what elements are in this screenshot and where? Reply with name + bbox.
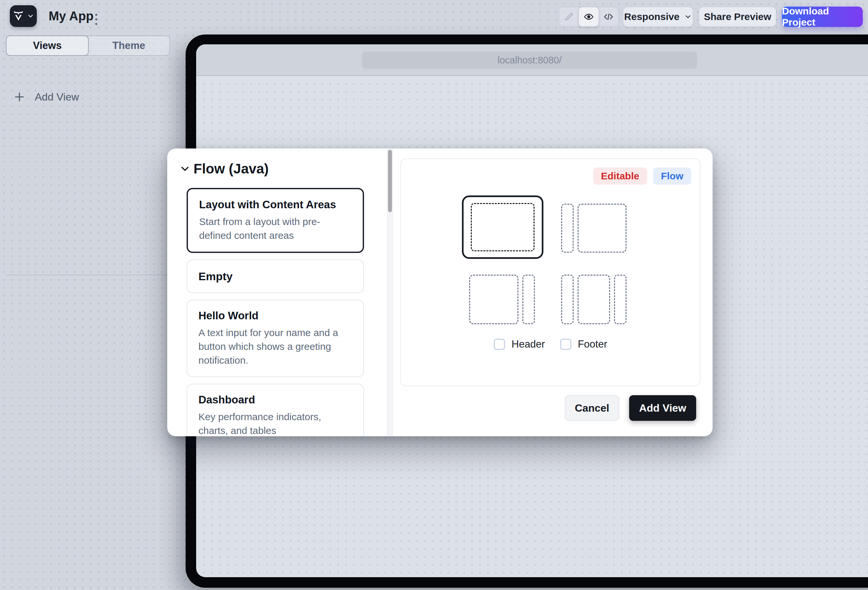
tab-views[interactable]: Views — [6, 35, 89, 56]
chevron-down-icon — [684, 13, 692, 21]
share-preview-button[interactable]: Share Preview — [699, 7, 776, 27]
footer-checkbox-label: Footer — [578, 338, 607, 350]
browser-chrome-bar: localhost:8080/ — [196, 44, 868, 76]
code-icon — [603, 12, 614, 22]
url-text: localhost:8080/ — [497, 55, 561, 66]
sidebar-placeholder — [561, 274, 574, 324]
responsive-dropdown-label: Responsive — [624, 11, 679, 22]
responsive-dropdown[interactable]: Responsive — [623, 7, 693, 27]
header-toggle[interactable]: Header — [494, 338, 545, 350]
eye-icon — [583, 12, 594, 22]
template-card-title: Hello World — [198, 310, 352, 322]
sidebar-placeholder — [561, 204, 574, 253]
content-placeholder — [577, 274, 610, 324]
download-project-button[interactable]: Download Project — [782, 7, 863, 27]
template-card-description: A text input for your name and a button … — [198, 326, 352, 367]
sidebar-placeholder — [614, 274, 626, 324]
content-placeholder — [577, 204, 626, 253]
edit-mode-button[interactable] — [559, 7, 579, 26]
layout-option-sidebar-both[interactable] — [561, 274, 626, 324]
tab-views-label: Views — [33, 40, 61, 52]
add-view-dialog: Flow (Java) Layout with Content Areas St… — [167, 149, 713, 436]
sidebar-add-view-label: Add View — [35, 91, 79, 103]
vaadin-logo-icon — [12, 10, 24, 22]
template-badges: Editable Flow — [593, 168, 691, 184]
template-card-description: Key performance indicators, charts, and … — [198, 410, 352, 436]
template-card-hello-world[interactable]: Hello World A text input for your name a… — [187, 299, 364, 377]
template-list-scrollbar[interactable] — [387, 149, 393, 436]
pencil-icon — [564, 12, 574, 22]
template-card-title: Layout with Content Areas — [199, 198, 351, 211]
template-card-title: Dashboard — [198, 394, 352, 406]
add-view-button-label: Add View — [639, 402, 686, 414]
url-bar: localhost:8080/ — [362, 52, 697, 69]
layout-option-sidebar-left[interactable] — [561, 204, 626, 253]
template-card-title: Empty — [198, 270, 233, 283]
mode-segmented-control — [558, 7, 619, 27]
app-root: My App Responsive Share Preview Download… — [0, 0, 868, 590]
download-project-label: Download Project — [782, 6, 863, 28]
layout-option-single-content[interactable] — [462, 195, 543, 259]
template-card-empty[interactable]: Empty — [187, 260, 364, 293]
template-list: Layout with Content Areas Start from a l… — [187, 188, 364, 436]
template-section-title: Flow (Java) — [193, 161, 269, 177]
sidebar-add-view-button[interactable]: Add View — [13, 91, 79, 103]
flow-badge: Flow — [653, 168, 691, 184]
add-view-button[interactable]: Add View — [629, 395, 696, 421]
footer-checkbox[interactable] — [560, 339, 571, 350]
sidebar-divider — [6, 274, 168, 275]
content-area-placeholder — [471, 203, 534, 251]
layout-toggles: Header Footer — [494, 338, 607, 350]
app-logo-menu-button[interactable] — [10, 5, 37, 27]
template-card-description: Start from a layout with pre-defined con… — [199, 215, 351, 242]
template-section-toggle[interactable]: Flow (Java) — [179, 161, 269, 177]
footer-toggle[interactable]: Footer — [560, 338, 607, 350]
chevron-down-icon — [179, 163, 191, 175]
sidebar-tabs: Views Theme — [6, 35, 170, 56]
template-card-dashboard[interactable]: Dashboard Key performance indicators, ch… — [187, 384, 364, 436]
template-card-layout-with-content-areas[interactable]: Layout with Content Areas Start from a l… — [187, 188, 364, 253]
preview-mode-button[interactable] — [578, 7, 599, 27]
tab-theme-label: Theme — [112, 40, 145, 52]
sidebar-placeholder — [523, 274, 535, 324]
content-placeholder — [469, 274, 518, 324]
header-checkbox-label: Header — [512, 338, 545, 350]
scrollbar-thumb[interactable] — [388, 150, 392, 212]
kebab-menu-icon[interactable] — [93, 12, 99, 27]
layout-option-sidebar-right[interactable] — [469, 274, 535, 324]
code-mode-button[interactable] — [599, 7, 618, 26]
cancel-button-label: Cancel — [575, 402, 610, 414]
share-preview-label: Share Preview — [704, 11, 771, 22]
template-detail-panel: Editable Flow — [400, 158, 700, 386]
cancel-button[interactable]: Cancel — [565, 395, 619, 421]
editable-badge: Editable — [593, 168, 647, 184]
page-title: My App — [49, 9, 94, 23]
tab-theme[interactable]: Theme — [88, 36, 170, 55]
plus-icon — [13, 91, 26, 103]
header-checkbox[interactable] — [494, 339, 505, 350]
chevron-down-icon — [27, 12, 34, 20]
